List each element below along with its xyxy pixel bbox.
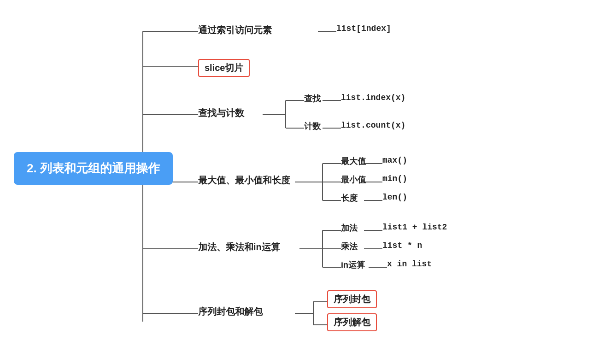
branch-pack-unpack: 序列封包和解包 <box>198 305 263 318</box>
branch-max-min-len: 最大值、最小值和长度 <box>198 174 290 187</box>
sub-in: in运算 <box>341 259 365 270</box>
sub-max: 最大值 <box>341 156 366 167</box>
sub-len: 长度 <box>341 193 358 204</box>
branch-index-access: 通过索引访问元素 <box>198 24 272 36</box>
sub-add: 加法 <box>341 223 358 234</box>
branch-add-mul-in: 加法、乘法和in运算 <box>198 241 280 253</box>
code-list-count: list.count(x) <box>341 121 405 130</box>
sub-min: 最小值 <box>341 174 366 185</box>
code-max: max() <box>382 156 407 165</box>
code-list-index: list[index] <box>336 24 391 33</box>
branch-search-count: 查找与计数 <box>198 107 244 119</box>
sub-pack: 序列封包 <box>327 290 377 308</box>
branch-slice: slice切片 <box>198 59 250 77</box>
code-min: min() <box>382 174 407 183</box>
code-list-add: list1 + list2 <box>382 223 447 232</box>
code-list-mul: list * n <box>382 241 422 250</box>
code-in: x in list <box>387 259 432 269</box>
sub-unpack: 序列解包 <box>327 313 377 331</box>
root-node: 2. 列表和元组的通用操作 <box>14 152 173 185</box>
code-list-index-method: list.index(x) <box>341 93 405 102</box>
mind-map: 2. 列表和元组的通用操作 通过索引访问元素 list[index] slice… <box>0 0 616 364</box>
sub-mul: 乘法 <box>341 241 358 252</box>
code-len: len() <box>382 193 407 202</box>
sub-count: 计数 <box>304 121 321 132</box>
sub-search: 查找 <box>304 93 321 104</box>
